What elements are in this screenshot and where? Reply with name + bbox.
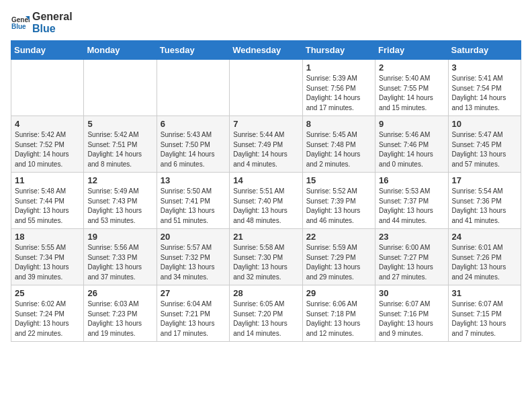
day-info: Sunrise: 5:39 AM Sunset: 7:56 PM Dayligh…	[306, 74, 371, 113]
day-info: Sunrise: 6:02 AM Sunset: 7:24 PM Dayligh…	[15, 300, 80, 338]
day-number: 4	[15, 119, 80, 129]
day-info: Sunrise: 5:54 AM Sunset: 7:36 PM Dayligh…	[452, 187, 517, 226]
day-number: 8	[306, 119, 371, 129]
day-info: Sunrise: 5:47 AM Sunset: 7:45 PM Dayligh…	[452, 130, 517, 169]
calendar-cell: 15Sunrise: 5:52 AM Sunset: 7:39 PM Dayli…	[302, 173, 375, 229]
calendar-cell: 4Sunrise: 5:42 AM Sunset: 7:52 PM Daylig…	[11, 116, 84, 173]
logo-icon: General Blue	[11, 13, 30, 32]
day-number: 20	[161, 232, 226, 242]
day-number: 5	[87, 119, 152, 129]
calendar-cell: 12Sunrise: 5:49 AM Sunset: 7:43 PM Dayli…	[84, 173, 157, 229]
day-number: 12	[87, 175, 152, 185]
day-number: 7	[233, 119, 298, 129]
day-number: 31	[452, 288, 517, 298]
day-info: Sunrise: 5:53 AM Sunset: 7:37 PM Dayligh…	[379, 187, 444, 226]
weekday-header: Monday	[84, 41, 157, 60]
calendar-cell	[84, 60, 157, 116]
calendar-cell: 21Sunrise: 5:58 AM Sunset: 7:30 PM Dayli…	[230, 229, 302, 285]
day-number: 17	[452, 175, 517, 185]
calendar-cell: 19Sunrise: 5:56 AM Sunset: 7:33 PM Dayli…	[84, 229, 157, 285]
day-number: 22	[306, 232, 371, 242]
day-info: Sunrise: 6:07 AM Sunset: 7:15 PM Dayligh…	[452, 300, 517, 338]
weekday-header: Friday	[375, 41, 448, 60]
calendar-cell: 13Sunrise: 5:50 AM Sunset: 7:41 PM Dayli…	[157, 173, 229, 229]
day-number: 26	[87, 288, 152, 298]
calendar-cell: 27Sunrise: 6:04 AM Sunset: 7:21 PM Dayli…	[157, 285, 229, 342]
day-number: 3	[452, 62, 517, 73]
logo-text-blue: Blue	[32, 23, 56, 34]
day-info: Sunrise: 6:05 AM Sunset: 7:20 PM Dayligh…	[233, 300, 298, 338]
day-info: Sunrise: 5:43 AM Sunset: 7:50 PM Dayligh…	[161, 130, 226, 169]
calendar-cell: 20Sunrise: 5:57 AM Sunset: 7:32 PM Dayli…	[157, 229, 229, 285]
page-header: General Blue General Blue	[11, 11, 521, 35]
calendar-cell	[11, 60, 84, 116]
calendar-cell: 16Sunrise: 5:53 AM Sunset: 7:37 PM Dayli…	[375, 173, 448, 229]
day-number: 2	[379, 62, 444, 73]
calendar-cell: 11Sunrise: 5:48 AM Sunset: 7:44 PM Dayli…	[11, 173, 84, 229]
calendar-cell: 2Sunrise: 5:40 AM Sunset: 7:55 PM Daylig…	[375, 60, 448, 116]
day-info: Sunrise: 5:46 AM Sunset: 7:46 PM Dayligh…	[379, 130, 444, 169]
day-number: 21	[233, 232, 298, 242]
calendar-cell: 26Sunrise: 6:03 AM Sunset: 7:23 PM Dayli…	[84, 285, 157, 342]
day-number: 15	[306, 175, 371, 185]
day-info: Sunrise: 5:41 AM Sunset: 7:54 PM Dayligh…	[452, 74, 517, 113]
calendar-cell: 28Sunrise: 6:05 AM Sunset: 7:20 PM Dayli…	[230, 285, 302, 342]
day-info: Sunrise: 5:50 AM Sunset: 7:41 PM Dayligh…	[161, 187, 226, 226]
day-info: Sunrise: 6:04 AM Sunset: 7:21 PM Dayligh…	[161, 300, 226, 338]
calendar-cell: 8Sunrise: 5:45 AM Sunset: 7:48 PM Daylig…	[302, 116, 375, 173]
day-info: Sunrise: 6:03 AM Sunset: 7:23 PM Dayligh…	[87, 300, 152, 338]
day-number: 24	[452, 232, 517, 242]
day-info: Sunrise: 5:57 AM Sunset: 7:32 PM Dayligh…	[161, 243, 226, 282]
calendar-cell: 3Sunrise: 5:41 AM Sunset: 7:54 PM Daylig…	[448, 60, 521, 116]
day-number: 29	[306, 288, 371, 298]
calendar-week-row: 25Sunrise: 6:02 AM Sunset: 7:24 PM Dayli…	[11, 285, 521, 342]
day-number: 10	[452, 119, 517, 129]
calendar-cell: 7Sunrise: 5:44 AM Sunset: 7:49 PM Daylig…	[230, 116, 302, 173]
calendar-cell: 1Sunrise: 5:39 AM Sunset: 7:56 PM Daylig…	[302, 60, 375, 116]
calendar-cell	[230, 60, 302, 116]
day-info: Sunrise: 5:44 AM Sunset: 7:49 PM Dayligh…	[233, 130, 298, 169]
calendar-cell: 5Sunrise: 5:42 AM Sunset: 7:51 PM Daylig…	[84, 116, 157, 173]
day-number: 1	[306, 62, 371, 73]
calendar-cell: 14Sunrise: 5:51 AM Sunset: 7:40 PM Dayli…	[230, 173, 302, 229]
calendar-cell: 30Sunrise: 6:07 AM Sunset: 7:16 PM Dayli…	[375, 285, 448, 342]
day-number: 23	[379, 232, 444, 242]
day-info: Sunrise: 6:00 AM Sunset: 7:27 PM Dayligh…	[379, 243, 444, 282]
calendar-week-row: 11Sunrise: 5:48 AM Sunset: 7:44 PM Dayli…	[11, 173, 521, 229]
calendar-cell: 18Sunrise: 5:55 AM Sunset: 7:34 PM Dayli…	[11, 229, 84, 285]
day-number: 16	[379, 175, 444, 185]
day-info: Sunrise: 5:49 AM Sunset: 7:43 PM Dayligh…	[87, 187, 152, 226]
calendar-week-row: 4Sunrise: 5:42 AM Sunset: 7:52 PM Daylig…	[11, 116, 521, 173]
calendar-cell: 10Sunrise: 5:47 AM Sunset: 7:45 PM Dayli…	[448, 116, 521, 173]
day-info: Sunrise: 5:42 AM Sunset: 7:51 PM Dayligh…	[87, 130, 152, 169]
day-number: 11	[15, 175, 80, 185]
calendar-cell: 25Sunrise: 6:02 AM Sunset: 7:24 PM Dayli…	[11, 285, 84, 342]
day-number: 28	[233, 288, 298, 298]
day-info: Sunrise: 5:45 AM Sunset: 7:48 PM Dayligh…	[306, 130, 371, 169]
weekday-header: Tuesday	[157, 41, 229, 60]
day-number: 9	[379, 119, 444, 129]
day-number: 30	[379, 288, 444, 298]
day-info: Sunrise: 5:52 AM Sunset: 7:39 PM Dayligh…	[306, 187, 371, 226]
calendar-cell: 6Sunrise: 5:43 AM Sunset: 7:50 PM Daylig…	[157, 116, 229, 173]
logo: General Blue General Blue	[11, 11, 73, 35]
calendar-cell: 29Sunrise: 6:06 AM Sunset: 7:18 PM Dayli…	[302, 285, 375, 342]
weekday-header: Thursday	[302, 41, 375, 60]
day-info: Sunrise: 5:42 AM Sunset: 7:52 PM Dayligh…	[15, 130, 80, 169]
calendar-cell: 24Sunrise: 6:01 AM Sunset: 7:26 PM Dayli…	[448, 229, 521, 285]
calendar-week-row: 18Sunrise: 5:55 AM Sunset: 7:34 PM Dayli…	[11, 229, 521, 285]
day-info: Sunrise: 5:51 AM Sunset: 7:40 PM Dayligh…	[233, 187, 298, 226]
calendar-cell: 31Sunrise: 6:07 AM Sunset: 7:15 PM Dayli…	[448, 285, 521, 342]
calendar-cell: 23Sunrise: 6:00 AM Sunset: 7:27 PM Dayli…	[375, 229, 448, 285]
day-number: 6	[161, 119, 226, 129]
day-info: Sunrise: 5:40 AM Sunset: 7:55 PM Dayligh…	[379, 74, 444, 113]
weekday-header: Sunday	[11, 41, 84, 60]
logo-text-general: General	[32, 11, 73, 22]
day-number: 13	[161, 175, 226, 185]
day-info: Sunrise: 5:48 AM Sunset: 7:44 PM Dayligh…	[15, 187, 80, 226]
day-info: Sunrise: 5:59 AM Sunset: 7:29 PM Dayligh…	[306, 243, 371, 282]
calendar-cell: 22Sunrise: 5:59 AM Sunset: 7:29 PM Dayli…	[302, 229, 375, 285]
day-info: Sunrise: 5:58 AM Sunset: 7:30 PM Dayligh…	[233, 243, 298, 282]
calendar-cell: 17Sunrise: 5:54 AM Sunset: 7:36 PM Dayli…	[448, 173, 521, 229]
day-info: Sunrise: 6:01 AM Sunset: 7:26 PM Dayligh…	[452, 243, 517, 282]
